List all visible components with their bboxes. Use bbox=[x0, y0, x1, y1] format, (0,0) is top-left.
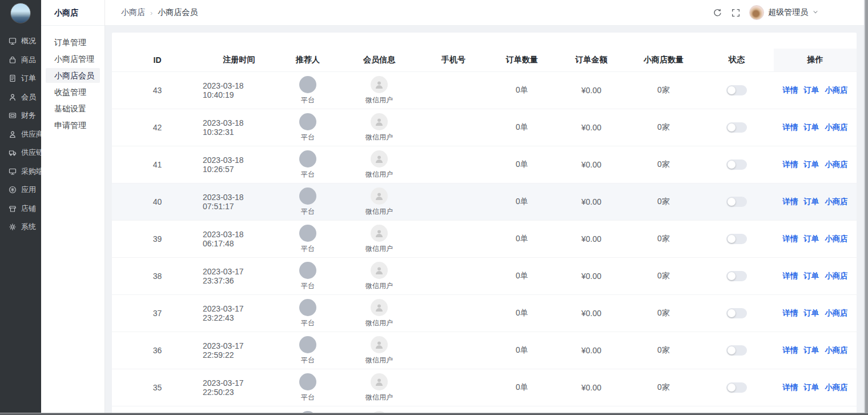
sidebar-item-system[interactable]: 系统 bbox=[0, 218, 41, 237]
status-toggle[interactable] bbox=[726, 234, 747, 244]
detail-link[interactable]: 详情 bbox=[782, 122, 798, 133]
submenu-item-application-management[interactable]: 申请管理 bbox=[46, 118, 100, 133]
cell-member-info: 微信用户 bbox=[340, 295, 418, 332]
submenu-item-order-management[interactable]: 订单管理 bbox=[46, 35, 100, 50]
sidebar-item-procurement[interactable]: 采购端 bbox=[0, 162, 41, 181]
order-link[interactable]: 订单 bbox=[803, 85, 819, 95]
detail-link[interactable]: 详情 bbox=[782, 234, 798, 244]
gear-icon bbox=[8, 222, 17, 232]
detail-link[interactable]: 详情 bbox=[782, 85, 798, 95]
status-toggle[interactable] bbox=[726, 159, 747, 170]
detail-link[interactable]: 详情 bbox=[782, 159, 798, 170]
cell-actions: 详情 订单 小商店 bbox=[774, 72, 857, 109]
submenu-item-shop-management[interactable]: 小商店管理 bbox=[46, 51, 100, 66]
order-link[interactable]: 订单 bbox=[803, 197, 819, 207]
toggle-knob bbox=[728, 309, 736, 317]
window-scrollbar[interactable] bbox=[864, 0, 868, 415]
order-link[interactable]: 订单 bbox=[803, 345, 819, 356]
status-toggle[interactable] bbox=[726, 382, 747, 393]
cell-order-amount: ¥0.00 bbox=[555, 109, 628, 146]
cell-shop-count: 0家 bbox=[628, 295, 700, 332]
cell-referrer: 平台 bbox=[275, 146, 340, 183]
referrer-label: 平台 bbox=[301, 356, 315, 365]
shop-link[interactable]: 小商店 bbox=[825, 85, 848, 95]
column-header-status: 状态 bbox=[700, 49, 774, 71]
submenu-item-revenue-management[interactable]: 收益管理 bbox=[46, 85, 100, 99]
order-link[interactable]: 订单 bbox=[803, 159, 819, 170]
detail-link[interactable]: 详情 bbox=[782, 345, 798, 356]
cell-member-info: 微信用户 bbox=[340, 146, 418, 183]
app-logo[interactable] bbox=[0, 0, 41, 26]
submenu-item-shop-members[interactable]: 小商店会员 bbox=[46, 68, 100, 83]
shop-icon bbox=[8, 204, 17, 213]
shop-link[interactable]: 小商店 bbox=[825, 271, 848, 281]
member-avatar bbox=[371, 113, 388, 130]
sidebar-item-suppliers[interactable]: 供应商 bbox=[0, 125, 41, 144]
cell-register-time: 2023-03-17 23:37:36 bbox=[203, 258, 275, 294]
shop-link[interactable]: 小商店 bbox=[825, 159, 848, 170]
cell-status bbox=[700, 332, 774, 369]
detail-link[interactable]: 详情 bbox=[782, 271, 798, 281]
cell-order-count: 0单 bbox=[489, 258, 555, 294]
sidebar-item-goods[interactable]: 商品 bbox=[0, 51, 41, 70]
order-link[interactable]: 订单 bbox=[803, 308, 819, 318]
cell-id: 36 bbox=[112, 332, 203, 369]
sidebar-item-label: 店铺 bbox=[21, 203, 36, 214]
cell-shop-count: 0家 bbox=[628, 258, 700, 294]
shop-link[interactable]: 小商店 bbox=[825, 234, 848, 244]
order-link[interactable]: 订单 bbox=[803, 234, 819, 244]
status-toggle[interactable] bbox=[726, 271, 747, 281]
cell-shop-count: 0家 bbox=[628, 369, 700, 406]
person-silhouette-icon bbox=[374, 265, 384, 276]
fullscreen-icon[interactable] bbox=[731, 8, 741, 18]
shop-link[interactable]: 小商店 bbox=[825, 345, 848, 356]
toggle-knob bbox=[728, 384, 736, 392]
sidebar-item-finance[interactable]: 财务 bbox=[0, 106, 41, 125]
referrer-label: 平台 bbox=[301, 318, 315, 328]
shop-link[interactable]: 小商店 bbox=[825, 122, 848, 133]
cell-shop-count: 0家 bbox=[628, 72, 700, 109]
cell-member-info: 微信用户 bbox=[340, 258, 418, 294]
cell-status bbox=[700, 295, 774, 332]
cell-order-amount: ¥0.00 bbox=[555, 221, 628, 257]
sidebar-item-orders[interactable]: 订单 bbox=[0, 69, 41, 88]
sidebar-item-apps[interactable]: 应用 bbox=[0, 181, 41, 199]
status-toggle[interactable] bbox=[726, 122, 747, 133]
sidebar-item-overview[interactable]: 概况 bbox=[0, 32, 41, 51]
member-avatar bbox=[371, 150, 388, 167]
cell-referrer: 平台 bbox=[275, 295, 340, 332]
user-menu[interactable]: 超级管理员 bbox=[749, 5, 819, 20]
table-row: 43 2023-03-18 10:40:19 平台 微信用户 bbox=[112, 71, 857, 109]
status-toggle[interactable] bbox=[726, 308, 747, 318]
shop-link[interactable]: 小商店 bbox=[825, 382, 848, 393]
bag-icon bbox=[8, 55, 17, 65]
breadcrumb-item-shop[interactable]: 小商店 bbox=[121, 7, 145, 18]
member-label: 微信用户 bbox=[365, 207, 393, 217]
shop-link[interactable]: 小商店 bbox=[825, 308, 848, 318]
detail-link[interactable]: 详情 bbox=[782, 382, 798, 393]
cell-id: 40 bbox=[112, 183, 203, 220]
order-link[interactable]: 订单 bbox=[803, 122, 819, 133]
refresh-icon[interactable] bbox=[713, 8, 722, 18]
status-toggle[interactable] bbox=[726, 85, 747, 95]
order-link[interactable]: 订单 bbox=[803, 382, 819, 393]
submenu-item-basic-settings[interactable]: 基础设置 bbox=[46, 101, 100, 116]
detail-link[interactable]: 详情 bbox=[782, 308, 798, 318]
cell-phone bbox=[418, 295, 489, 332]
admin-app: 概况 商品 订单 会员 财务 供应商 bbox=[0, 0, 868, 415]
member-label: 微信用户 bbox=[365, 393, 393, 402]
sidebar-item-members[interactable]: 会员 bbox=[0, 88, 41, 107]
column-header-register-time: 注册时间 bbox=[203, 49, 275, 71]
shop-link[interactable]: 小商店 bbox=[825, 197, 848, 207]
status-toggle[interactable] bbox=[726, 197, 747, 207]
column-header-id: ID bbox=[112, 49, 203, 71]
member-label: 微信用户 bbox=[365, 133, 393, 142]
column-header-member-info: 会员信息 bbox=[340, 49, 418, 71]
order-link[interactable]: 订单 bbox=[803, 271, 819, 281]
content-area: ID 注册时间 推荐人 会员信息 手机号 订单数量 订单金额 小商店数量 状态 … bbox=[105, 26, 868, 415]
status-toggle[interactable] bbox=[726, 345, 747, 356]
terminal-icon bbox=[8, 167, 17, 176]
detail-link[interactable]: 详情 bbox=[782, 197, 798, 207]
sidebar-item-shop[interactable]: 店铺 bbox=[0, 199, 41, 218]
sidebar-item-supply-chain[interactable]: 供应链 bbox=[0, 143, 41, 162]
